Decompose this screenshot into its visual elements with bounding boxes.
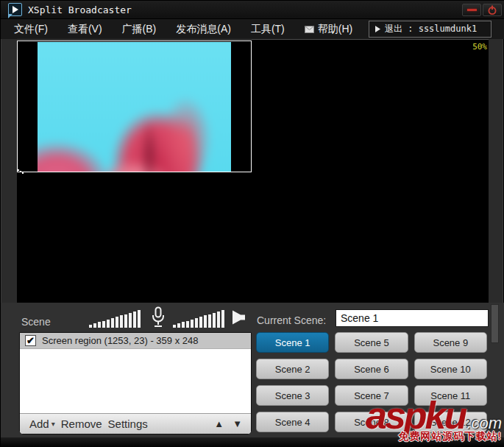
source-video-thumbnail [38,42,231,172]
source-toolbar: Add ▾ Remove Settings ▲ ▼ [20,413,251,434]
app-window: XSplit Broadcaster 文件(F) 查看(V) 广播(B) 发布消… [0,0,504,447]
power-icon [487,5,497,15]
meter-bar [102,321,105,328]
minimize-icon [467,9,477,11]
meter-bar [173,325,176,328]
speaker-icon[interactable] [231,309,247,328]
preview-stage: 50% [17,39,489,303]
resize-handle[interactable] [18,169,19,171]
meter-bar [186,321,189,328]
source-list: ✔ Screen region (1253, 23) - 359 x 248 A… [19,332,252,434]
bottom-panel: Scene ✔ Screen region (1253, 23) - 359 x… [1,303,504,437]
menu-file[interactable]: 文件(F) [7,20,54,39]
scene-section-label: Scene [21,316,51,328]
meter-bar [199,317,202,328]
scene-button[interactable]: Scene 12 [414,412,487,432]
menu-publish[interactable]: 发布消息(A) [169,20,238,39]
chevron-down-icon: ▾ [52,420,55,428]
meter-bar [177,323,180,328]
window-title: XSplit Broadcaster [28,4,132,15]
menu-view[interactable]: 查看(V) [61,20,109,39]
scene-button[interactable]: Scene 3 [256,385,329,406]
meter-bar [116,317,118,328]
microphone-icon[interactable] [151,306,166,331]
scene-button[interactable]: Scene 10 [414,359,487,379]
meter-bar [98,322,101,328]
play-icon [375,26,380,32]
meter-bar [129,313,132,328]
move-down-button[interactable]: ▼ [233,418,242,429]
meter-bar [204,315,207,328]
meter-bar [208,314,211,328]
menu-help[interactable]: 帮助(H) [298,20,359,39]
scene-button[interactable]: Scene 11 [414,385,487,406]
scene-button[interactable]: Scene 2 [256,359,329,379]
scene-button[interactable]: Scene 4 [256,412,329,432]
scene-button[interactable]: Scene 7 [335,385,408,406]
titlebar: XSplit Broadcaster [1,1,504,19]
menu-broadcast[interactable]: 广播(B) [116,20,163,39]
remove-source-button[interactable]: Remove [58,418,105,430]
meter-bar [195,318,198,328]
meter-bar [124,314,127,328]
source-checkbox[interactable]: ✔ [25,335,36,346]
scene-grid: Scene 1Scene 2Scene 3Scene 4Scene 5Scene… [256,332,487,433]
meter-bar [182,322,185,328]
current-scene-label: Current Scene: [257,314,326,326]
meter-bar [120,315,123,328]
meter-bar [191,320,194,328]
envelope-icon [305,26,314,33]
meter-bar [138,310,141,328]
menu-tools[interactable]: 工具(T) [244,20,291,39]
source-item-label: Screen region (1253, 23) - 359 x 248 [42,335,198,346]
scrollbar[interactable] [491,304,499,343]
meter-bar [133,312,136,328]
meter-bar [93,323,96,328]
audio-meter [89,308,141,328]
window-bottom-border [1,437,504,447]
audio-meter [173,308,224,328]
source-list-item[interactable]: ✔ Screen region (1253, 23) - 359 x 248 [20,333,251,349]
scene-button[interactable]: Scene 5 [335,332,408,353]
move-up-button[interactable]: ▲ [214,418,224,429]
scene-button[interactable]: Scene 9 [414,332,487,353]
add-source-button[interactable]: Add ▾ [26,418,58,430]
minimize-button[interactable] [462,4,481,16]
meter-bar [111,318,114,328]
zoom-level-label: 50% [472,42,487,52]
source-region-frame[interactable] [17,41,252,172]
current-scene-input[interactable] [336,309,489,327]
scene-button[interactable]: Scene 1 [256,332,329,353]
meter-bar [217,312,220,328]
close-button[interactable] [483,4,502,16]
meter-bar [107,320,110,328]
settings-button[interactable]: Settings [105,418,151,430]
scene-button[interactable]: Scene 8 [335,412,408,432]
meter-bar [213,313,216,328]
check-icon: ✔ [26,336,35,345]
app-logo-play-icon [8,3,22,16]
meter-bar [221,310,224,328]
exit-button[interactable]: 退出 : ssslumdunk1 [369,21,491,38]
meter-bar [89,325,92,328]
scene-button[interactable]: Scene 6 [335,359,408,379]
menubar: 文件(F) 查看(V) 广播(B) 发布消息(A) 工具(T) 帮助(H) 退出… [1,19,504,39]
